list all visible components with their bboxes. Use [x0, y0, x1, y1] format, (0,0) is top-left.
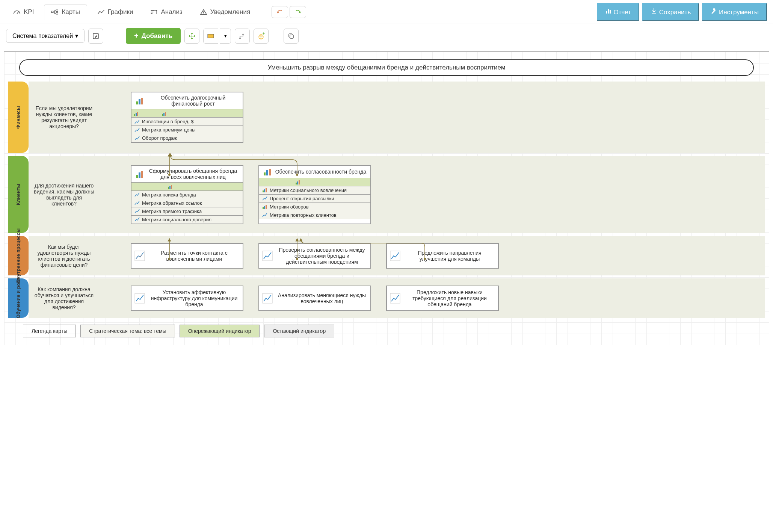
perspective-label-clients[interactable]: Клиенты [8, 156, 29, 233]
bar-chart-icon [605, 8, 612, 14]
card-row[interactable]: Процент открытия рассылки [259, 194, 370, 203]
legend-theme[interactable]: Стратегическая тема: все темы [80, 325, 175, 337]
perspective-label-internal[interactable]: Внутренние процессы [8, 236, 29, 275]
map-title[interactable]: Уменьшить разрыв между обещаниями бренда… [19, 59, 754, 76]
copy-button[interactable] [284, 29, 299, 44]
line-chart-icon [97, 9, 105, 15]
row-text: Метрика прямого трафика [142, 209, 202, 214]
edit-button[interactable] [88, 29, 103, 44]
tab-kpi[interactable]: KPI [6, 4, 41, 20]
sort-icon [150, 9, 158, 15]
card-row[interactable]: Метрика поиска бренда [131, 190, 243, 199]
perspective-label-finance[interactable]: Финансы [8, 82, 29, 153]
legend-title[interactable]: Легенда карты [23, 325, 76, 337]
tab-notifications[interactable]: Уведомления [193, 4, 257, 20]
mini-chart-icon [295, 180, 300, 184]
card-row[interactable]: Метрика прямого трафика [131, 207, 243, 215]
card-row[interactable]: Метрика повторных клиентов [259, 211, 370, 219]
trend-icon [134, 127, 140, 133]
redo-button[interactable] [290, 6, 306, 18]
tab-maps[interactable]: Карты [44, 4, 87, 20]
bar-chart-icon [135, 97, 144, 104]
card-finance-growth[interactable]: Обеспечить долгосрочный финансовый рост … [131, 92, 243, 143]
svg-rect-35 [171, 185, 172, 189]
card-row[interactable]: Метрики социального вовлечения [259, 186, 370, 194]
undo-button[interactable] [272, 6, 288, 18]
trend-icon [262, 196, 267, 201]
card-text: Разметить точки контакта с вовлеченными … [149, 250, 240, 262]
mini-chart-icon [262, 204, 267, 209]
tab-analysis[interactable]: Анализ [143, 4, 189, 20]
card-internal-touchpoints[interactable]: Разметить точки контакта с вовлеченными … [131, 243, 243, 269]
svg-rect-29 [165, 112, 166, 116]
card-learning-new-skills[interactable]: Предложить новые навыки требующиеся для … [386, 286, 499, 311]
card-internal-check-consistency[interactable]: Проверить согласованность между обещания… [258, 243, 371, 269]
card-subheader [131, 182, 243, 190]
row-text: Метрика премиум цены [142, 127, 196, 133]
trend-icon [262, 212, 267, 218]
svg-rect-22 [139, 99, 140, 104]
svg-line-0 [17, 12, 18, 14]
trend-icon [134, 136, 140, 141]
legend-lagging[interactable]: Остающий индикатор [264, 325, 334, 337]
move-button[interactable] [184, 29, 199, 44]
card-title: Обеспечить согласованности бренда [275, 169, 367, 175]
card-row[interactable]: Инвестиции в бренд, $ [131, 117, 243, 125]
card-learning-analyze-needs[interactable]: Анализировать меняющиеся нужды вовлеченн… [258, 286, 371, 311]
bar-chart-icon [263, 168, 272, 175]
card-row[interactable]: Метрики социального доверия [131, 215, 243, 224]
color-dropdown[interactable]: ▾ [220, 29, 231, 44]
card-row[interactable]: Метрика премиум цены [131, 125, 243, 134]
card-clients-brand-consistency[interactable]: Обеспечить согласованности бренда Метрик… [258, 165, 371, 224]
color-button[interactable] [203, 29, 218, 44]
svg-rect-42 [263, 190, 264, 192]
card-clients-brand-promise[interactable]: Сформулировать обещания бренда для всех … [131, 165, 243, 224]
card-row[interactable]: Оборот продаж [131, 134, 243, 142]
map-title-text: Уменьшить разрыв между обещаниями бренда… [267, 64, 505, 71]
report-button[interactable]: Отчет [597, 3, 639, 21]
card-subheader [259, 178, 370, 186]
bar-chart-icon [135, 170, 144, 178]
card-row[interactable]: Метрики обзоров [259, 203, 370, 211]
perspective-question-internal: Как мы будет удовлетворять нужды клиенто… [33, 244, 95, 268]
tools-button[interactable]: Инструменты [702, 3, 767, 21]
card-internal-improvements[interactable]: Предложить направления улучшения для ком… [386, 243, 499, 269]
row-text: Оборот продаж [142, 135, 177, 141]
svg-rect-47 [266, 205, 267, 209]
card-learning-infrastructure[interactable]: Установить эффективную инфраструктуру дл… [131, 286, 243, 311]
trend-icon [262, 293, 273, 304]
svg-point-14 [239, 38, 241, 39]
perspective-clients: Клиенты Для достижения нашего видения, к… [8, 156, 765, 233]
perspective-question-clients: Для достижения нашего видения, как мы до… [33, 183, 95, 207]
trend-icon [134, 293, 145, 304]
svg-rect-44 [266, 188, 267, 192]
trend-icon [134, 251, 145, 261]
row-text: Процент открытия рассылки [270, 196, 334, 201]
save-button[interactable]: Сохранить [642, 3, 699, 21]
tools-label: Инструменты [719, 9, 759, 16]
perspective-question-learning: Как компания должна обучаться и улучшать… [33, 286, 95, 310]
row-text: Метрики социального вовлечения [270, 187, 347, 193]
perspective-label-internal-text: Внутренние процессы [15, 228, 21, 283]
svg-rect-34 [169, 186, 171, 189]
globe-button[interactable]: + [254, 29, 269, 44]
tab-maps-label: Карты [62, 8, 80, 16]
tab-kpi-label: KPI [24, 8, 34, 16]
legend-leading[interactable]: Опережающий индикатор [180, 325, 260, 337]
trend-icon [134, 209, 140, 214]
svg-rect-9 [606, 11, 607, 14]
svg-rect-20 [290, 35, 293, 38]
chevron-down-icon: ▾ [224, 33, 227, 39]
perspective-internal: Внутренние процессы Как мы будет удовлет… [8, 236, 765, 275]
add-button[interactable]: + Добавить [126, 28, 181, 44]
tab-charts[interactable]: Графики [90, 4, 140, 20]
card-text: Проверить согласованность между обещания… [276, 247, 367, 265]
svg-rect-31 [139, 172, 140, 178]
connect-button[interactable] [235, 29, 250, 44]
perspective-label-learning[interactable]: Обучение и рост [8, 278, 29, 318]
card-row[interactable]: Метрика обратных ссылок [131, 199, 243, 207]
scorecard-dropdown[interactable]: Система показателей ▾ [6, 29, 85, 43]
report-label: Отчет [613, 9, 631, 16]
card-subheader [131, 109, 243, 117]
svg-rect-11 [610, 10, 611, 14]
